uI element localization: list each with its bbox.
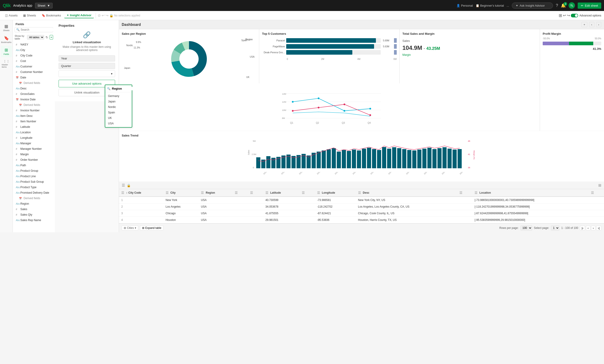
field-key[interactable]: #%KEY xyxy=(13,42,55,47)
svg-point-18 xyxy=(369,108,371,110)
source-table-badge: ⊞ Cities ▾ xyxy=(122,225,138,231)
region-label-usa: USA xyxy=(250,56,255,58)
field-manager-number[interactable]: #Manager Number xyxy=(13,146,55,152)
svg-rect-69 xyxy=(438,148,441,168)
fields-search-box[interactable]: 🔍 xyxy=(15,27,53,32)
expand-table-button[interactable]: ⊞ Expand table xyxy=(140,225,163,231)
margin-label: Margin xyxy=(403,53,537,57)
field-date-derived[interactable]: 📅Derived fields xyxy=(13,80,55,86)
user-avatar[interactable]: TL xyxy=(568,2,575,9)
property-dropdown[interactable]: ▾ xyxy=(59,70,115,77)
toggle-pill[interactable] xyxy=(571,14,578,17)
qlik-logo[interactable]: Qlik xyxy=(3,3,11,8)
top-navigation: Qlik Analytics app Sheet ▼ 👤 Personal 📋 … xyxy=(0,0,604,11)
linked-viz-desc: Make changes to this master item using a… xyxy=(59,45,115,52)
field-sales[interactable]: #Sales xyxy=(13,206,55,212)
more-nav[interactable]: ... xyxy=(506,4,509,7)
prev-page-button[interactable]: ‹ xyxy=(586,226,590,231)
next-page-button[interactable]: › xyxy=(596,22,601,27)
field-longitude[interactable]: #Longitude xyxy=(13,135,55,141)
field-invoice-date-derived[interactable]: 📅Derived fields xyxy=(13,102,55,108)
field-sales-rep[interactable]: AbcSales Rep Name xyxy=(13,218,55,223)
field-location[interactable]: AbcLocation xyxy=(13,130,55,135)
redo-icon[interactable]: ↪ xyxy=(567,13,570,18)
prev-page-button[interactable]: ‹ xyxy=(589,22,594,27)
grid-icon[interactable]: ⊞ xyxy=(559,13,562,18)
region-item-nordic[interactable]: Nordic xyxy=(105,104,132,110)
help-icon[interactable]: ? xyxy=(556,3,558,8)
field-order-number[interactable]: #Order Number xyxy=(13,157,55,163)
assets-button[interactable]: ◫ Assets xyxy=(3,13,20,18)
handle-city-code[interactable]: ☰ xyxy=(121,191,124,194)
region-item-japan[interactable]: Japan xyxy=(105,99,132,104)
insight-advisor-button[interactable]: ✦ Insight Advisor xyxy=(64,12,94,18)
sidebar-item-sheets[interactable]: ▦ Sheets xyxy=(1,22,12,33)
notification-icon[interactable]: 🔔3 xyxy=(561,3,566,8)
sheet-selector[interactable]: Sheet ▼ xyxy=(35,3,53,9)
edit-sheet-button[interactable]: ✏ Edit sheet xyxy=(578,2,601,9)
field-gross-sales[interactable]: #GrossSales xyxy=(13,91,55,97)
sidebar-item-bookmarks[interactable]: 🔖 Bookmarks xyxy=(1,34,12,45)
field-customer[interactable]: AbcCustomer xyxy=(13,64,55,69)
source-dropdown-icon[interactable]: ▾ xyxy=(135,226,136,230)
field-city[interactable]: AbcCity xyxy=(13,47,55,53)
sidebar-item-masteritems[interactable]: ⋮⋮ Master items xyxy=(1,58,12,70)
region-search-input[interactable] xyxy=(112,87,150,90)
svg-text:2013-...: 2013-... xyxy=(316,172,322,175)
region-item-usa[interactable]: USA xyxy=(105,121,132,126)
assets-icon: ◫ xyxy=(5,14,8,17)
last-page-button[interactable]: ›| xyxy=(596,226,601,231)
svg-text:8M: 8M xyxy=(282,117,285,119)
field-product-line[interactable]: AbcProduct Line xyxy=(13,173,55,179)
next-page-button[interactable]: › xyxy=(591,226,595,231)
dashboard-area: Dashboard + ‹ › Sales per Region xyxy=(119,20,604,232)
field-margin[interactable]: #Margin xyxy=(13,152,55,157)
sheets-button[interactable]: ▦ Sheets xyxy=(21,13,38,18)
region-item-uk[interactable]: UK xyxy=(105,115,132,121)
refresh-button[interactable]: ↻ xyxy=(46,36,48,39)
field-invoice-number[interactable]: #Invoice Number xyxy=(13,108,55,113)
field-promised-derived[interactable]: 📅Derived fields xyxy=(13,195,55,201)
first-page-button[interactable]: |‹ xyxy=(580,226,585,231)
sales-trend-title: Sales Trend xyxy=(122,134,601,137)
field-product-group[interactable]: AbcProduct Group xyxy=(13,168,55,173)
svg-text:Sales: Sales xyxy=(248,150,250,155)
field-manager[interactable]: AbcManager xyxy=(13,141,55,146)
sort-icon[interactable]: ↕ xyxy=(126,191,127,194)
field-promised-delivery[interactable]: AbcPromised Delivery Date xyxy=(13,190,55,195)
sales-per-region-title: Sales per Region xyxy=(122,32,256,36)
field-path[interactable]: AbcPath xyxy=(13,163,55,168)
field-product-sub-group[interactable]: AbcProduct Sub Group xyxy=(13,179,55,184)
add-field-button[interactable]: + xyxy=(50,35,53,39)
tutorial-nav[interactable]: 📋 Beginner's tutorial xyxy=(476,4,504,7)
field-product-type[interactable]: AbcProduct Type xyxy=(13,184,55,190)
rows-per-page-select[interactable]: 100 50 25 xyxy=(520,225,532,231)
personal-nav[interactable]: 👤 Personal xyxy=(456,4,473,7)
field-item-desc[interactable]: AbcItem Desc xyxy=(13,113,55,119)
search-input[interactable] xyxy=(21,28,55,31)
field-sales-qty[interactable]: #Sales Qty xyxy=(13,212,55,218)
add-chart-button[interactable]: + xyxy=(581,22,587,27)
region-item-germany[interactable]: Germany xyxy=(105,93,132,99)
field-date[interactable]: 📅Date xyxy=(13,75,55,80)
expand-icon: ⊞ xyxy=(142,226,144,230)
field-customer-number[interactable]: #Customer Number xyxy=(13,69,55,75)
region-item-spain[interactable]: Spain xyxy=(105,110,132,115)
sidebar-item-fields[interactable]: ⊞ Fields xyxy=(1,46,12,57)
field-latitude[interactable]: #Latitude xyxy=(13,124,55,130)
field-item-number[interactable]: #Item Number xyxy=(13,119,55,124)
field-region[interactable]: AbcRegion xyxy=(13,201,55,206)
advanced-options-toggle[interactable]: Advanced options xyxy=(571,14,601,17)
donut-chart-container: Spain Nordic Japan UK USA 45.5% 26.9% 11… xyxy=(122,37,256,81)
field-invoice-date[interactable]: 📅Invoice Date xyxy=(13,97,55,102)
quarter-chip: Quarter xyxy=(59,63,115,69)
field-city-code[interactable]: #City Code xyxy=(13,53,55,58)
bookmarks-button[interactable]: 🔖 Bookmarks xyxy=(39,13,63,18)
table-select[interactable]: All tables xyxy=(27,35,44,39)
undo-icon[interactable]: ↩ xyxy=(563,13,566,18)
svg-point-16 xyxy=(318,97,320,99)
field-cost[interactable]: #Cost xyxy=(13,58,55,64)
field-desc[interactable]: AbcDesc xyxy=(13,86,55,91)
page-select[interactable]: 1 xyxy=(551,225,559,231)
ask-advisor-button[interactable]: ✦ Ask Insight Advisor xyxy=(512,2,553,9)
